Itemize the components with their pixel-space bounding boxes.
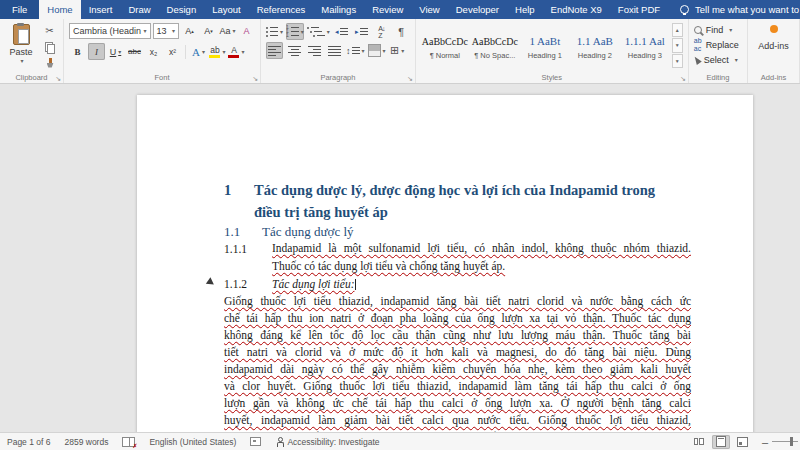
macro-record-button[interactable] <box>243 437 268 446</box>
web-layout-button[interactable] <box>734 435 752 449</box>
copy-button[interactable] <box>41 40 58 54</box>
font-size-combo[interactable]: 13▾ <box>153 23 179 39</box>
paragraph-group: ▾ ▾ ▾ ◂ ▸ A↓Z ¶ <box>261 19 416 83</box>
increase-indent-button[interactable]: ▸ <box>353 23 370 40</box>
increase-indent-icon: ▸ <box>355 28 368 36</box>
cut-button[interactable]: ✂ <box>41 24 58 38</box>
proofing-book-icon <box>122 437 135 447</box>
numbering-button[interactable]: ▾ <box>286 23 304 40</box>
strikethrough-button[interactable]: abc <box>126 43 143 60</box>
styles-scroll-up[interactable]: ▲ <box>672 23 683 37</box>
tab-insert[interactable]: Insert <box>81 0 121 19</box>
addins-button[interactable]: Add-ins <box>758 41 789 51</box>
justify-button[interactable] <box>326 42 343 59</box>
paste-dropdown-icon[interactable]: ▾ <box>20 57 23 64</box>
select-button[interactable]: Select▾ <box>694 53 742 66</box>
paste-button[interactable]: Paste ▾ <box>5 22 37 70</box>
style-normal[interactable]: AaBbCcDc ¶ Normal <box>421 23 469 70</box>
tab-layout[interactable]: Layout <box>204 0 249 19</box>
print-layout-button[interactable] <box>712 435 730 449</box>
line-spacing-button[interactable]: ↕▾ <box>346 42 365 59</box>
shading-button[interactable]: ▾ <box>368 42 386 59</box>
body-line: không đáng kể lên tốc độ lọc cầu thận cũ… <box>224 327 691 344</box>
tab-mailings[interactable]: Mailings <box>313 0 364 19</box>
body-line: indapamid dài ngày có thể gây nhiễm kiềm… <box>224 361 691 378</box>
addin-dot-icon <box>770 25 778 33</box>
highlight-button[interactable]: ab▾ <box>209 43 226 60</box>
document-area: 1 Tác dụng dược lý, dược động học và lợi… <box>0 84 800 450</box>
styles-group-label: Styles <box>416 73 688 82</box>
font-name-combo[interactable]: Cambria (Headin▾ <box>69 23 151 39</box>
web-layout-icon <box>737 437 748 447</box>
tab-foxit-pdf[interactable]: Foxit PDF <box>610 0 668 19</box>
read-mode-button[interactable] <box>690 435 708 449</box>
tab-references[interactable]: References <box>249 0 314 19</box>
tab-file[interactable]: File <box>0 0 39 19</box>
heading-1: 1 Tác dụng dược lý, dược động học và lợi… <box>224 179 691 223</box>
tab-home[interactable]: Home <box>39 0 80 19</box>
tab-review[interactable]: Review <box>364 0 411 19</box>
tab-endnote[interactable]: EndNote X9 <box>543 0 610 19</box>
heading-3-line-2: Thuốc có tác dụng lợi tiểu và chống tăng… <box>272 257 691 275</box>
sort-button[interactable]: A↓Z <box>373 23 390 40</box>
tell-me-label: Tell me what you want to do <box>695 4 800 15</box>
collapse-triangle-icon[interactable] <box>206 277 216 288</box>
zoom-slider[interactable] <box>772 441 798 442</box>
tab-draw[interactable]: Draw <box>120 0 158 19</box>
tab-developer[interactable]: Developer <box>448 0 507 19</box>
styles-dialog-launcher[interactable]: ↘ <box>680 75 686 82</box>
align-left-button[interactable] <box>266 42 283 59</box>
change-case-button[interactable]: Aa▾ <box>219 22 236 39</box>
superscript-button[interactable]: x² <box>164 43 181 60</box>
tab-help[interactable]: Help <box>507 0 543 19</box>
language-indicator[interactable]: English (United States) <box>142 437 243 447</box>
decrease-indent-button[interactable]: ◂ <box>333 23 350 40</box>
zoom-out-button[interactable]: – <box>762 436 768 448</box>
heading-2-number: 1.1 <box>224 223 240 240</box>
format-painter-button[interactable] <box>41 56 58 70</box>
clipboard-dialog-launcher[interactable]: ↘ <box>55 75 61 82</box>
font-dialog-launcher[interactable]: ↘ <box>252 75 258 82</box>
tab-view[interactable]: View <box>411 0 447 19</box>
multilevel-list-button[interactable]: ▾ <box>307 23 330 40</box>
style-heading-2[interactable]: 1.1 AaB Heading 2 <box>571 23 619 70</box>
heading-2-text: Tác dụng dược lý <box>262 224 354 239</box>
font-group-label: Font <box>64 73 260 82</box>
font-color-button[interactable]: A▾ <box>228 43 245 60</box>
scissors-icon: ✂ <box>45 26 53 36</box>
heading-1-number: 1 <box>224 179 231 201</box>
style-heading-3[interactable]: 1.1.1 Aal Heading 3 <box>621 23 669 70</box>
heading-3: 1.1.1 Indapamid là một sulfonamid lợi ti… <box>224 240 691 275</box>
page-indicator[interactable]: Page 1 of 6 <box>0 437 57 447</box>
tell-me-box[interactable]: Tell me what you want to do <box>680 0 800 19</box>
heading-4-number: 1.1.2 <box>224 275 247 293</box>
align-center-button[interactable] <box>286 42 303 59</box>
page[interactable]: 1 Tác dụng dược lý, dược động học và lợi… <box>137 95 753 450</box>
body-line: lượn gần và không ức chế tái hấp thu cal… <box>224 395 691 412</box>
macro-icon <box>250 437 261 446</box>
replace-button[interactable]: abac Replace <box>694 38 742 51</box>
text-effects-button[interactable]: A▾ <box>190 43 207 60</box>
subscript-button[interactable]: x₂ <box>145 43 162 60</box>
style-no-spacing[interactable]: AaBbCcDc ¶ No Spac... <box>471 23 519 70</box>
proofing-errors-button[interactable] <box>115 437 142 447</box>
clear-formatting-button[interactable]: A <box>238 22 255 39</box>
underline-button[interactable]: U▾ <box>107 43 124 60</box>
style-heading-1[interactable]: 1 AaBt Heading 1 <box>521 23 569 70</box>
align-right-button[interactable] <box>306 42 323 59</box>
bold-button[interactable]: B <box>69 43 86 60</box>
shrink-font-button[interactable]: A▾ <box>200 22 217 39</box>
show-hide-marks-button[interactable]: ¶ <box>393 23 410 40</box>
find-button[interactable]: Find▾ <box>694 23 742 36</box>
accessibility-checker[interactable]: Accessibility: Investigate <box>268 437 386 447</box>
italic-button[interactable]: I <box>88 43 105 60</box>
bullets-button[interactable]: ▾ <box>266 23 283 40</box>
word-count[interactable]: 2859 words <box>57 437 115 447</box>
borders-button[interactable]: ⊞▾ <box>389 42 406 59</box>
styles-gallery-more[interactable]: ▼ <box>672 54 683 68</box>
text-effects-icon: A <box>192 46 200 58</box>
paragraph-dialog-launcher[interactable]: ↘ <box>407 75 413 82</box>
grow-font-button[interactable]: A▴ <box>181 22 198 39</box>
tab-design[interactable]: Design <box>159 0 205 19</box>
styles-scroll-down[interactable]: ▼ <box>672 38 683 52</box>
